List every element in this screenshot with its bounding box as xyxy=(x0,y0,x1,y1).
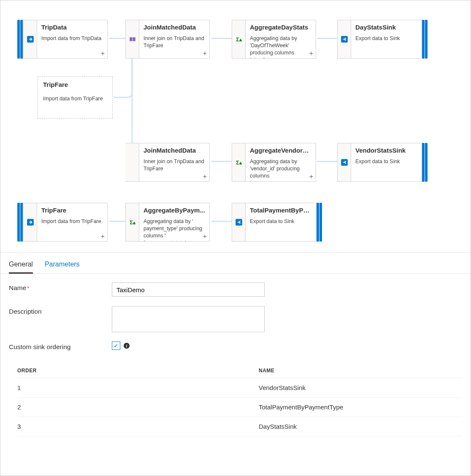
node-title: VendorStatsSink xyxy=(355,147,417,154)
node-desc: Inner join on TripData and TripFare xyxy=(143,35,205,49)
cell-order: 2 xyxy=(17,403,259,411)
name-input[interactable] xyxy=(112,282,265,297)
sink-bar xyxy=(425,143,428,182)
table-row[interactable]: 3 DayStatsSink xyxy=(17,417,462,436)
table-row[interactable]: 1 VendorStatsSink xyxy=(17,378,462,398)
node-join1[interactable]: JoinMatchedData Inner join on TripData a… xyxy=(125,20,210,59)
node-tripdata[interactable]: TripData Import data from TripData + xyxy=(17,20,108,59)
sink-bar xyxy=(425,20,428,59)
node-aggregate-vendor[interactable]: Σ▴ AggregateVendorS... Aggregating data … xyxy=(232,143,316,182)
source-bar xyxy=(20,203,23,242)
node-join2[interactable]: JoinMatchedData Inner join on TripData a… xyxy=(125,143,210,182)
node-desc: Inner join on TripData and TripFare xyxy=(143,158,205,172)
sink-order-table: Order Name 1 VendorStatsSink 2 TotalPaym… xyxy=(0,363,471,445)
aggregate-icon: Σ▴ xyxy=(232,20,245,59)
node-paysink[interactable]: TotalPaymentByPa... Export data to Sink xyxy=(232,203,322,242)
table-row[interactable]: 2 TotalPaymentByPaymentType xyxy=(17,398,462,417)
node-title: AggregateDayStats xyxy=(250,24,311,31)
node-title: JoinMatchedData xyxy=(143,147,205,154)
node-title: TripFare xyxy=(43,81,107,88)
node-tripfare2[interactable]: TripFare Import data from TripFare + xyxy=(17,203,108,242)
aggregate-icon: Σ▴ xyxy=(232,143,245,182)
tab-general[interactable]: General xyxy=(9,258,33,274)
source-icon xyxy=(23,20,37,59)
tabs: General Parameters xyxy=(0,253,471,274)
join-icon xyxy=(125,20,139,59)
add-step-icon[interactable]: + xyxy=(101,233,105,240)
node-desc: Aggregating data by ' payment_type' prod… xyxy=(143,218,205,242)
sink-icon xyxy=(337,143,351,182)
cell-name: DayStatsSink xyxy=(259,423,462,430)
sink-icon xyxy=(337,20,351,59)
custom-sink-label: Custom sink ordering xyxy=(9,342,112,351)
required-icon: * xyxy=(27,285,29,291)
description-label: Description xyxy=(9,306,112,315)
node-desc: Export data to Sink xyxy=(250,218,311,225)
svg-text:Σ▴: Σ▴ xyxy=(236,37,242,43)
name-label-text: Name xyxy=(9,284,26,291)
tab-parameters[interactable]: Parameters xyxy=(45,258,80,274)
source-icon xyxy=(23,203,37,242)
cell-order: 3 xyxy=(17,423,259,430)
node-title: TotalPaymentByPa... xyxy=(250,207,311,214)
sink-bar xyxy=(422,143,425,182)
add-step-icon[interactable]: + xyxy=(203,173,207,180)
custom-sink-checkbox[interactable]: ✓ xyxy=(112,342,120,350)
node-title: DayStatsSink xyxy=(355,24,417,31)
add-step-icon[interactable]: + xyxy=(309,173,313,180)
add-step-icon[interactable]: + xyxy=(203,50,207,57)
join-icon xyxy=(125,143,139,182)
col-order: Order xyxy=(17,368,259,374)
node-desc: Export data to Sink xyxy=(355,35,417,42)
node-title: TripData xyxy=(41,24,103,31)
node-aggregate-payment[interactable]: Σ▴ AggregateByPaym... Aggregating data b… xyxy=(125,203,210,242)
node-title: AggregateVendorS... xyxy=(250,147,311,154)
node-title: JoinMatchedData xyxy=(143,24,205,31)
sink-bar xyxy=(317,203,319,242)
info-icon[interactable]: i xyxy=(124,343,130,349)
node-title: AggregateByPaym... xyxy=(143,207,205,214)
node-desc: Aggregating data by 'vendor_id' producin… xyxy=(250,158,311,182)
add-step-icon[interactable]: + xyxy=(203,233,207,240)
description-input[interactable] xyxy=(112,306,265,332)
sink-bar xyxy=(319,203,322,242)
cell-name: TotalPaymentByPaymentType xyxy=(259,403,462,411)
node-desc: Import data from TripData xyxy=(41,35,103,42)
sink-icon xyxy=(232,203,245,242)
sink-bar xyxy=(422,20,425,59)
col-name: Name xyxy=(259,368,462,374)
node-desc: Import data from TripFare xyxy=(43,96,107,102)
cell-order: 1 xyxy=(17,384,259,391)
svg-text:Σ▴: Σ▴ xyxy=(130,220,135,226)
source-bar xyxy=(17,20,20,59)
node-tripfare-source[interactable]: TripFare Import data from TripFare xyxy=(38,76,113,118)
name-label: Name* xyxy=(9,282,112,292)
svg-text:Σ▴: Σ▴ xyxy=(236,160,242,166)
cell-name: VendorStatsSink xyxy=(259,384,462,391)
node-title: TripFare xyxy=(41,207,103,214)
node-vendorsink[interactable]: VendorStatsSink Export data to Sink xyxy=(337,143,428,182)
node-desc: Aggregating data by 'DayOfTheWeek' produ… xyxy=(250,35,311,59)
node-desc: Import data from TripFare xyxy=(41,218,103,225)
node-aggregate-day[interactable]: Σ▴ AggregateDayStats Aggregating data by… xyxy=(232,20,316,59)
source-bar xyxy=(17,203,20,242)
node-desc: Export data to Sink xyxy=(355,158,417,165)
source-bar xyxy=(20,20,23,59)
add-step-icon[interactable]: + xyxy=(309,50,313,57)
aggregate-icon: Σ▴ xyxy=(125,203,139,242)
dataflow-canvas[interactable]: TripData Import data from TripData + Tri… xyxy=(0,0,471,253)
node-daysink[interactable]: DayStatsSink Export data to Sink xyxy=(337,20,428,59)
add-step-icon[interactable]: + xyxy=(101,50,105,57)
